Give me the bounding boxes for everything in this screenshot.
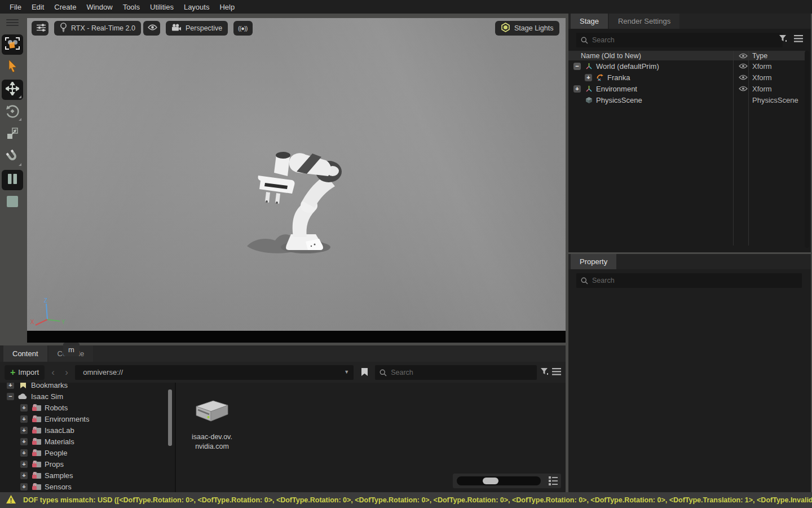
status-message: DOF types mismatch: USD ([<DofType.Rotat… xyxy=(23,496,812,504)
move-tool-button[interactable] xyxy=(2,80,23,100)
selection-mode-icon xyxy=(5,37,20,52)
tree-item-materials[interactable]: + Materials xyxy=(0,436,175,447)
stage-search-input[interactable] xyxy=(576,33,783,47)
content-search-field[interactable] xyxy=(375,365,537,380)
expand-icon[interactable]: + xyxy=(7,383,14,389)
hamburger-menu-icon[interactable] xyxy=(552,367,561,378)
expand-icon[interactable]: + xyxy=(20,404,28,411)
tree-item-samples[interactable]: + Samples xyxy=(0,470,175,481)
expand-icon[interactable]: + xyxy=(20,438,28,445)
move-icon xyxy=(6,82,19,98)
locked-folder-icon xyxy=(31,437,42,445)
expand-icon[interactable]: + xyxy=(573,85,581,93)
scale-tool-button[interactable] xyxy=(2,125,23,145)
view-mode-toggle-icon[interactable] xyxy=(548,476,558,488)
tree-item-props[interactable]: + Props xyxy=(0,458,175,470)
menu-tools[interactable]: Tools xyxy=(118,3,145,11)
path-field[interactable]: ▼ xyxy=(75,365,354,380)
stage-scrollbar[interactable] xyxy=(805,51,809,248)
visibility-toggle[interactable] xyxy=(736,63,751,69)
stage-lights-button[interactable]: Stage Lights xyxy=(495,21,559,36)
timeline-bar[interactable] xyxy=(27,331,566,343)
column-type-header[interactable]: Type xyxy=(752,52,767,60)
content-search-input[interactable] xyxy=(375,365,537,380)
camera-selector-button[interactable]: Perspective xyxy=(166,21,228,36)
collapse-icon[interactable]: − xyxy=(573,63,581,70)
tree-item-environments[interactable]: + Environments xyxy=(0,413,175,424)
tree-item-robots[interactable]: + Robots xyxy=(0,402,175,413)
visibility-toggle[interactable] xyxy=(736,75,751,80)
select-tool-button[interactable] xyxy=(2,57,23,77)
forward-button[interactable]: › xyxy=(61,367,72,378)
property-search-input[interactable] xyxy=(576,273,802,288)
tab-stage[interactable]: Stage xyxy=(571,14,608,29)
locked-folder-icon xyxy=(31,483,42,491)
menu-file[interactable]: File xyxy=(5,3,27,11)
expand-icon[interactable]: + xyxy=(20,461,28,468)
import-button[interactable]: + Import xyxy=(5,365,45,380)
tree-item-bookmarks[interactable]: + Bookmarks xyxy=(0,383,175,391)
expand-icon[interactable]: + xyxy=(585,74,592,81)
rotate-tool-button[interactable] xyxy=(2,102,23,122)
menu-window[interactable]: Window xyxy=(81,3,117,11)
file-item-server[interactable]: isaac-dev.ov. nvidia.com xyxy=(183,397,241,452)
expand-icon[interactable]: + xyxy=(20,427,28,434)
path-input[interactable] xyxy=(75,365,354,380)
slider-handle[interactable] xyxy=(483,478,498,484)
stage-row-franka[interactable]: + Franka Xform xyxy=(568,72,805,83)
menu-layouts[interactable]: Layouts xyxy=(179,3,215,11)
viewport-canvas[interactable]: RTX - Real-Time 2.0 Perspective ((●) xyxy=(27,18,566,331)
cursor-icon xyxy=(7,59,18,75)
sliders-icon xyxy=(36,24,46,33)
tab-content[interactable]: Content xyxy=(3,345,47,362)
visibility-toggle[interactable] xyxy=(736,86,751,91)
physics-scene-icon xyxy=(584,97,594,104)
visibility-options-button[interactable] xyxy=(143,21,160,36)
tab-property[interactable]: Property xyxy=(571,254,616,269)
snap-tool-button[interactable] xyxy=(2,147,23,168)
expand-icon[interactable]: + xyxy=(20,483,28,491)
selection-mode-button[interactable] xyxy=(2,34,23,55)
expand-icon[interactable]: + xyxy=(20,415,28,423)
stop-button[interactable] xyxy=(2,192,23,213)
audio-button[interactable]: ((●)) xyxy=(233,21,253,36)
chevron-down-icon[interactable]: ▼ xyxy=(344,369,349,375)
prim-name: PhysicsScene xyxy=(596,96,642,104)
menu-utilities[interactable]: Utilities xyxy=(145,3,179,11)
pause-button[interactable] xyxy=(2,170,23,190)
prim-name: World (defaultPrim) xyxy=(596,62,659,71)
tab-render-settings[interactable]: Render Settings xyxy=(609,14,679,29)
stage-row-physicsscene[interactable]: PhysicsScene PhysicsScene xyxy=(568,94,805,106)
menu-edit[interactable]: Edit xyxy=(27,3,49,11)
locked-folder-icon xyxy=(31,415,42,423)
tree-item-isaac-sim[interactable]: − Isaac Sim xyxy=(0,391,175,402)
column-name-header[interactable]: Name (Old to New) xyxy=(568,52,641,60)
menu-help[interactable]: Help xyxy=(214,3,240,11)
stage-row-environment[interactable]: + Environment Xform xyxy=(568,83,805,94)
filter-icon[interactable] xyxy=(779,34,787,45)
thumbnail-size-slider[interactable] xyxy=(457,476,541,485)
axis-gizmo[interactable]: Z X Y xyxy=(30,298,70,331)
expand-icon[interactable]: + xyxy=(20,472,28,479)
property-panel: Property xyxy=(568,254,811,492)
toolbar-grip-handle[interactable] xyxy=(6,17,19,28)
render-settings-button[interactable] xyxy=(32,21,48,36)
rotate-icon xyxy=(5,104,20,121)
content-tree-scrollbar[interactable] xyxy=(168,389,172,446)
camera-label: Perspective xyxy=(186,24,222,32)
renderer-label: RTX - Real-Time 2.0 xyxy=(71,24,135,32)
tree-item-people[interactable]: + People xyxy=(0,447,175,458)
tree-item-sensors[interactable]: + Sensors xyxy=(0,481,175,492)
expand-icon[interactable]: + xyxy=(20,449,28,457)
renderer-selector-button[interactable]: RTX - Real-Time 2.0 xyxy=(54,21,141,36)
search-icon xyxy=(379,369,387,379)
menu-create[interactable]: Create xyxy=(49,3,81,11)
hamburger-menu-icon[interactable] xyxy=(794,34,803,45)
stage-row-world[interactable]: − World (defaultPrim) Xform xyxy=(568,60,805,72)
filter-icon[interactable] xyxy=(540,367,549,378)
tree-item-isaaclab[interactable]: + IsaacLab xyxy=(0,424,175,436)
bookmark-button[interactable] xyxy=(357,365,372,380)
collapse-icon[interactable]: − xyxy=(7,393,14,400)
back-button[interactable]: ‹ xyxy=(48,367,58,378)
tool-options-corner xyxy=(19,163,21,166)
